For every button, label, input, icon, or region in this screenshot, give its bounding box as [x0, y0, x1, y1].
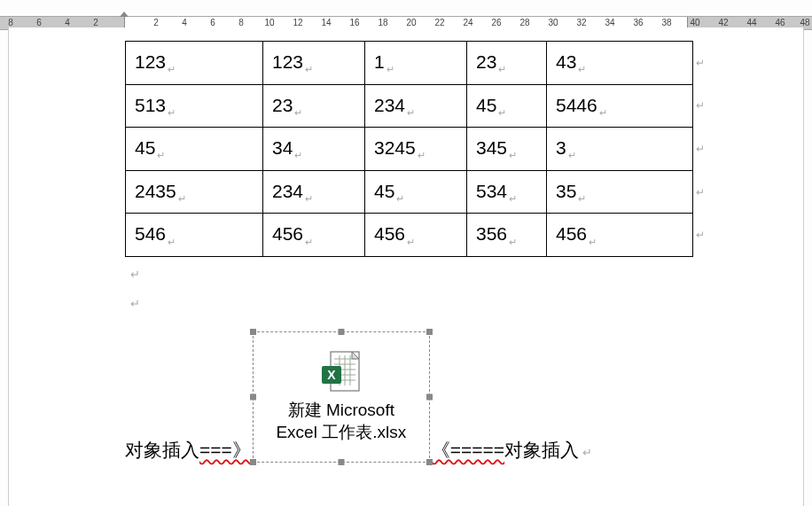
excel-file-icon: X	[318, 350, 364, 396]
cell-end-mark: ↵	[168, 107, 176, 118]
cell-value: 1	[374, 51, 385, 72]
table-cell[interactable]: 546↵	[126, 214, 263, 257]
cell-value: 345	[476, 137, 507, 158]
ruler-number: 40	[686, 18, 704, 27]
ruler-number: 2	[87, 18, 105, 27]
table-cell[interactable]: 356↵	[467, 214, 547, 257]
table-cell[interactable]: 43↵↵	[547, 42, 693, 85]
cell-value: 23	[272, 95, 293, 115]
cell-value: 23	[476, 51, 496, 72]
cell-value: 456	[556, 223, 587, 244]
ruler-number: 44	[743, 18, 761, 27]
ruler-area: 8642246810121416182022242628303234363840…	[0, 3, 812, 27]
cell-value: 5446	[556, 95, 597, 115]
cell-end-mark: ↵	[407, 107, 415, 118]
table-cell[interactable]: 34↵	[263, 128, 365, 171]
row-end-mark: ↵	[696, 228, 705, 243]
cell-value: 456	[272, 223, 303, 244]
table-cell[interactable]: 534↵	[467, 170, 547, 214]
text-segment-squiggle: ===》	[199, 440, 251, 460]
cell-value: 546	[135, 223, 166, 244]
cell-end-mark: ↵	[578, 64, 586, 74]
table-cell[interactable]: 123↵	[263, 42, 365, 85]
ruler-number: 26	[488, 18, 505, 27]
document-page[interactable]: 123↵123↵1↵23↵43↵↵513↵23↵234↵45↵5446↵↵45↵…	[8, 27, 804, 506]
table-cell[interactable]: 123↵	[126, 42, 263, 85]
resize-handle-top-left[interactable]	[250, 329, 256, 335]
resize-handle-mid-right[interactable]	[426, 393, 433, 400]
cell-end-mark: ↵	[599, 107, 607, 118]
cell-end-mark: ↵	[498, 64, 506, 74]
cell-end-mark: ↵	[305, 193, 313, 204]
table-cell[interactable]: 513↵	[126, 84, 263, 128]
cell-value: 234	[272, 181, 303, 201]
cell-value: 123	[135, 51, 166, 72]
ruler-number: 20	[402, 18, 420, 27]
table-cell[interactable]: 456↵↵	[547, 214, 693, 257]
ruler-number: 22	[431, 18, 449, 27]
table-cell[interactable]: 1↵	[365, 42, 467, 85]
table-cell[interactable]: 456↵	[263, 214, 365, 257]
resize-handle-top-mid[interactable]	[338, 329, 344, 335]
table-cell[interactable]: 45↵	[467, 84, 547, 128]
cell-value: 45	[135, 137, 155, 158]
ruler-number: 4	[176, 18, 193, 27]
cell-end-mark: ↵	[157, 150, 165, 160]
ruler-number: 32	[573, 18, 590, 27]
table-cell[interactable]: 345↵	[467, 128, 547, 171]
ruler-number: 36	[629, 18, 647, 27]
table-cell[interactable]: 5446↵↵	[547, 84, 693, 128]
first-line-indent-marker[interactable]	[120, 12, 129, 17]
table-cell[interactable]: 3245↵	[365, 128, 467, 171]
table-row: 513↵23↵234↵45↵5446↵↵	[126, 84, 693, 128]
table-cell[interactable]: 2435↵	[126, 170, 263, 214]
table-cell[interactable]: 45↵	[126, 128, 263, 171]
resize-handle-bottom-mid[interactable]	[338, 459, 344, 465]
cell-value: 43	[556, 51, 576, 72]
table-cell[interactable]: 234↵	[263, 170, 365, 214]
table-row: 45↵34↵3245↵345↵3↵↵	[126, 128, 693, 171]
text-segment-squiggle: 《=====	[432, 440, 504, 460]
table-cell[interactable]: 35↵↵	[547, 170, 693, 214]
resize-handle-mid-left[interactable]	[250, 393, 256, 400]
cell-value: 35	[556, 181, 576, 201]
table-cell[interactable]: 23↵	[467, 42, 547, 85]
ruler-number: 34	[601, 18, 619, 27]
cell-value: 356	[476, 223, 507, 244]
embedded-excel-object[interactable]: X 新建 Microsoft Excel 工作表.xlsx	[253, 331, 430, 463]
table-cell[interactable]: 45↵	[365, 170, 467, 214]
cell-value: 234	[374, 95, 405, 115]
ruler-number: 14	[317, 18, 335, 27]
object-insertion-line: 对象插入===》	[125, 331, 689, 463]
document-content: 123↵123↵1↵23↵43↵↵513↵23↵234↵45↵5446↵↵45↵…	[125, 41, 689, 463]
ruler-number: 6	[30, 18, 48, 27]
ruler-number: 38	[658, 18, 675, 27]
table-cell[interactable]: 23↵	[263, 84, 365, 128]
embedded-object-filename: 新建 Microsoft Excel 工作表.xlsx	[270, 400, 411, 443]
table-cell[interactable]: 3↵↵	[547, 128, 693, 171]
ruler-number: 4	[59, 18, 76, 27]
ruler-number: 16	[346, 18, 363, 27]
paragraph-mark: ↵	[125, 257, 689, 286]
cell-end-mark: ↵	[509, 150, 517, 160]
cell-value: 2435	[135, 181, 176, 201]
text-segment: 对象插入	[504, 440, 579, 460]
table-cell[interactable]: 234↵	[365, 84, 467, 128]
cell-end-mark: ↵	[168, 64, 176, 74]
table-row: 546↵456↵456↵356↵456↵↵	[126, 214, 693, 257]
data-table[interactable]: 123↵123↵1↵23↵43↵↵513↵23↵234↵45↵5446↵↵45↵…	[125, 41, 693, 257]
cell-value: 513	[135, 95, 166, 115]
cell-end-mark: ↵	[168, 237, 176, 247]
resize-handle-top-right[interactable]	[426, 329, 433, 335]
cell-end-mark: ↵	[294, 150, 302, 160]
ruler-number: 48	[796, 18, 812, 27]
ruler-number: 30	[544, 18, 562, 27]
text-after-object: 《=====对象插入↵	[432, 437, 592, 463]
table-cell[interactable]: 456↵	[365, 214, 467, 257]
resize-handle-bottom-left[interactable]	[250, 459, 256, 465]
cell-end-mark: ↵	[509, 237, 517, 247]
cell-end-mark: ↵	[386, 64, 394, 74]
cell-end-mark: ↵	[578, 193, 586, 204]
text-before-object: 对象插入===》	[125, 437, 251, 463]
resize-handle-bottom-right[interactable]	[426, 459, 433, 465]
